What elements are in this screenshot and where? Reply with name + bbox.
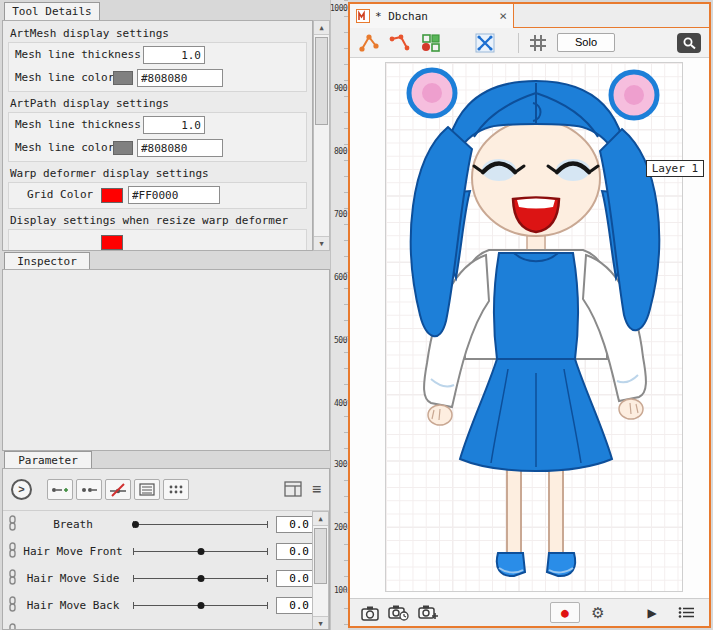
character-drawing — [386, 63, 684, 591]
parameter-row: Breath — [3, 511, 313, 538]
scrollbar-thumb[interactable] — [315, 37, 328, 125]
keyform-pair-icon[interactable] — [76, 479, 102, 500]
parameter-row: Hair Move Side — [3, 565, 313, 592]
slider-handle[interactable] — [197, 548, 204, 555]
slider-handle[interactable] — [132, 521, 139, 528]
section-title-artpath: ArtPath display settings — [10, 97, 307, 110]
record-button[interactable]: ● — [550, 602, 580, 623]
parameter-label: Hair Move Side — [19, 572, 127, 585]
parameter-panel: > ≡ — [2, 468, 330, 630]
mesh-line-color-input[interactable] — [137, 69, 223, 87]
path-edit-icon[interactable] — [389, 33, 411, 53]
camera-icon[interactable] — [358, 602, 382, 623]
parameter-slider[interactable] — [133, 547, 268, 556]
link-parameter-icon[interactable] — [8, 515, 19, 534]
mesh-line-thickness-input[interactable] — [143, 46, 205, 64]
model-viewport: * Dbchan × Solo — [348, 2, 711, 628]
tool-details-scrollbar[interactable]: ▲ ▼ — [313, 20, 330, 251]
parameter-row: Hair Move Back — [3, 592, 313, 619]
parameter-label: Hair Move Front — [19, 545, 127, 558]
link-parameter-icon[interactable] — [8, 569, 19, 588]
keyform-list-icon[interactable] — [134, 479, 160, 500]
scroll-down-icon[interactable]: ▼ — [314, 236, 329, 250]
tab-inspector[interactable]: Inspector — [4, 252, 90, 269]
canvas-area[interactable]: Layer 1 — [350, 58, 709, 598]
parameter-list: Breath Hair Move Front Hair Move Side Ha… — [3, 511, 313, 630]
magnifier-icon[interactable] — [677, 33, 701, 53]
mesh-line-color-swatch[interactable] — [113, 141, 133, 155]
parameter-toolbar: > ≡ — [3, 469, 329, 511]
mesh-line-color-swatch[interactable] — [113, 71, 133, 85]
parameter-value-input[interactable] — [276, 597, 313, 614]
parameter-value-input[interactable] — [276, 516, 313, 533]
camera-add-icon[interactable] — [416, 602, 440, 623]
viewport-bottombar: ● ⚙ ▶ — [350, 598, 709, 626]
panel-layout-icon[interactable] — [284, 481, 302, 497]
hamburger-menu-icon[interactable]: ≡ — [312, 479, 321, 499]
vertical-ruler: 1000 900 800 700 600 500 400 300 200 100 — [330, 0, 348, 630]
model-canvas[interactable] — [385, 62, 683, 592]
mesh-line-thickness-input[interactable] — [143, 116, 205, 134]
viewport-toolbar: Solo — [350, 28, 709, 58]
solo-button[interactable]: Solo — [557, 33, 615, 52]
ruler-label: 300 — [330, 460, 347, 469]
grid-color-input[interactable] — [128, 186, 220, 204]
section-title-resize-warp: Display settings when resize warp deform… — [10, 214, 307, 227]
expand-all-icon[interactable]: > — [11, 479, 32, 500]
parameter-label: Breath — [19, 518, 127, 531]
link-parameter-icon[interactable] — [8, 596, 19, 615]
close-icon[interactable]: × — [499, 6, 507, 26]
camera-history-icon[interactable] — [386, 602, 410, 623]
scroll-up-icon[interactable]: ▲ — [314, 21, 329, 35]
ruler-label: 900 — [330, 84, 347, 93]
parameter-slider[interactable] — [133, 574, 268, 583]
inspector-panel — [2, 269, 330, 451]
setting-row: Grid Color — [11, 184, 304, 207]
mesh-edit-icon[interactable] — [475, 33, 495, 53]
parameter-value-input[interactable] — [276, 570, 313, 587]
slider-handle[interactable] — [197, 575, 204, 582]
setting-row: Mesh line color — [11, 137, 304, 160]
cubism-model-icon — [356, 9, 370, 23]
parameter-scrollbar[interactable]: ▲ ▼ — [312, 511, 329, 630]
play-button[interactable]: ▶ — [640, 602, 664, 623]
parameter-toolbar-right: ≡ — [284, 479, 321, 499]
ruler-label: 400 — [330, 399, 347, 408]
ruler-label: 100 — [330, 586, 347, 595]
warp-deformer-settings-group: Grid Color — [8, 182, 307, 209]
clipped-color-swatch[interactable] — [101, 235, 123, 250]
parameter-slider[interactable] — [133, 520, 268, 529]
mesh-line-color-input[interactable] — [137, 139, 223, 157]
setting-row-clipped — [11, 231, 304, 251]
reset-parameter-icon[interactable] — [105, 479, 131, 500]
grid-color-swatch[interactable] — [101, 188, 123, 203]
dots-grid-icon[interactable] — [163, 479, 189, 500]
setting-row: Mesh line thickness — [11, 44, 304, 67]
mesh-line-color-label: Mesh line color — [15, 71, 114, 84]
viewport-tabbar: * Dbchan × — [350, 4, 709, 28]
artpath-settings-group: Mesh line thickness Mesh line color — [8, 112, 307, 162]
mesh-line-color-label: Mesh line color — [15, 141, 114, 154]
record-icon: ● — [561, 606, 569, 619]
tab-tool-details[interactable]: Tool Details — [4, 2, 100, 20]
link-parameter-icon[interactable] — [8, 623, 19, 630]
slider-handle[interactable] — [197, 602, 204, 609]
resize-warp-settings-group — [8, 229, 307, 251]
parameter-slider[interactable] — [133, 601, 268, 610]
texture-atlas-icon[interactable] — [420, 33, 444, 53]
ik-bone-icon[interactable] — [358, 33, 380, 53]
scroll-up-icon[interactable]: ▲ — [313, 512, 328, 526]
scroll-down-icon[interactable]: ▼ — [313, 616, 328, 630]
ruler-label: 600 — [330, 273, 347, 282]
scrollbar-thumb[interactable] — [314, 528, 327, 584]
add-keyform-icon[interactable] — [47, 479, 73, 500]
toolbar-separator — [518, 33, 519, 53]
ruler-label: 1000 — [330, 4, 347, 13]
tab-parameter[interactable]: Parameter — [4, 451, 92, 468]
settings-gear-icon[interactable]: ⚙ — [586, 602, 610, 623]
parameter-value-input[interactable] — [276, 543, 313, 560]
link-parameter-icon[interactable] — [8, 542, 19, 561]
grid-toggle-icon[interactable] — [528, 33, 548, 53]
tab-dbchan[interactable]: * Dbchan × — [350, 4, 514, 28]
playlist-icon[interactable] — [674, 602, 698, 623]
